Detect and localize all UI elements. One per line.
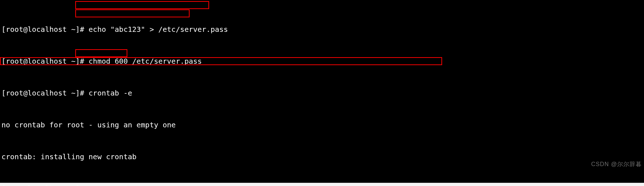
terminal-output: crontab: installing new crontab: [1, 153, 644, 161]
command-text: echo "abc123" > /etc/server.pass: [89, 25, 228, 34]
highlight-box: [75, 9, 190, 17]
terminal-line: [root@localhost ~]# crontab -e: [1, 89, 644, 97]
highlight-box: [0, 57, 442, 65]
terminal-output: no crontab for root - using an empty one: [1, 121, 644, 129]
terminal-window[interactable]: [root@localhost ~]# echo "abc123" > /etc…: [0, 0, 644, 183]
shell-prompt: [root@localhost ~]#: [1, 184, 89, 186]
terminal-line: [root@localhost ~]# echo "abc123" > /etc…: [1, 25, 644, 33]
terminal-line: [root@localhost ~]#: [1, 185, 644, 186]
command-text: crontab -e: [89, 89, 132, 97]
output-text: no crontab for root - using an empty one: [1, 121, 176, 129]
watermark-text: CSDN @尔尔辞暮: [591, 160, 642, 168]
output-text: crontab: installing new crontab: [1, 152, 136, 161]
highlight-box: [75, 49, 127, 57]
shell-prompt: [root@localhost ~]#: [1, 89, 89, 97]
highlight-box: [75, 1, 209, 9]
shell-prompt: [root@localhost ~]#: [1, 25, 89, 34]
